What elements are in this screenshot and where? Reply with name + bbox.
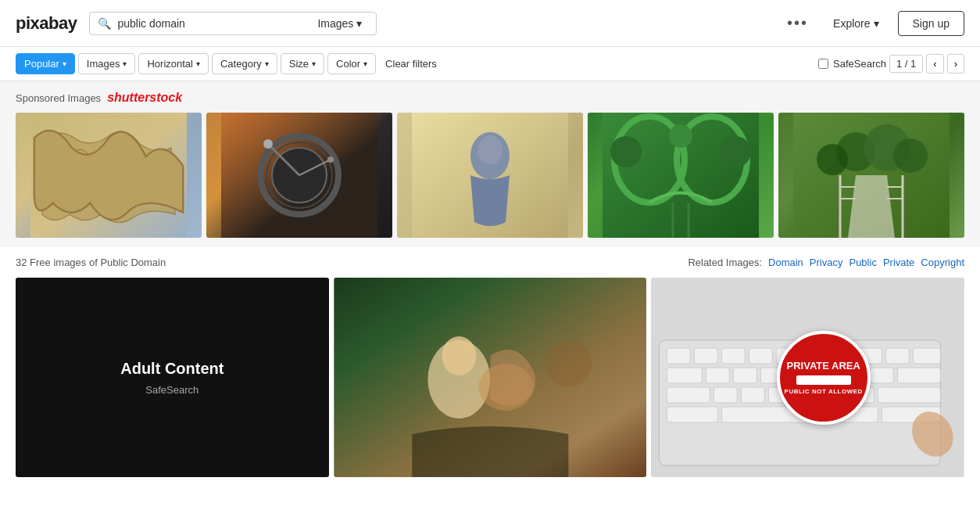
svg-rect-61: [667, 387, 710, 403]
svg-rect-68: [878, 387, 941, 403]
search-type-chevron-icon: [356, 17, 362, 30]
keyboard-image: PRIVATE AREA PUBLIC NOT ALLOWED: [651, 278, 964, 477]
size-chevron-icon: ▾: [312, 59, 316, 68]
private-area-badge: PRIVATE AREA PUBLIC NOT ALLOWED: [777, 331, 871, 425]
svg-point-20: [610, 136, 642, 167]
svg-rect-59: [871, 368, 894, 383]
svg-rect-51: [914, 348, 941, 364]
header: pixabay 🔍 Images ••• Explore Sign up: [0, 0, 980, 47]
sponsored-label: Sponsored Images: [16, 92, 101, 104]
page-prev-button[interactable]: ‹: [926, 54, 943, 74]
images-chevron-icon: ▾: [123, 59, 127, 68]
painting-image: [334, 278, 647, 477]
results-count: 32 Free images of Public Domain: [16, 257, 166, 268]
search-type-button[interactable]: Images: [311, 17, 368, 30]
explore-button[interactable]: Explore: [827, 17, 885, 30]
svg-point-37: [442, 336, 476, 375]
page-indicator: 1 / 1: [889, 55, 923, 73]
svg-rect-1: [30, 113, 187, 238]
svg-rect-54: [734, 368, 757, 383]
explore-chevron-icon: [874, 17, 879, 30]
category-filter-button[interactable]: Category ▾: [212, 53, 277, 74]
results-section: 32 Free images of Public Domain Related …: [0, 247, 980, 477]
logo[interactable]: pixabay: [16, 13, 77, 34]
results-header: 32 Free images of Public Domain Related …: [16, 257, 964, 268]
page-next-button[interactable]: ›: [947, 54, 964, 74]
sponsored-image-2[interactable]: [206, 113, 392, 238]
shutterstock-logo: shutterstock: [107, 91, 182, 105]
grid-image-adult[interactable]: Adult Content SafeSearch: [16, 278, 329, 477]
private-area-subtitle: PUBLIC NOT ALLOWED: [785, 388, 863, 395]
private-area-title: PRIVATE AREA: [787, 360, 860, 372]
svg-point-10: [263, 139, 273, 149]
popular-filter-button[interactable]: Popular ▾: [16, 53, 75, 74]
svg-rect-43: [695, 348, 718, 364]
sponsored-images: EUROPA: [16, 113, 964, 238]
adult-content-overlay: Adult Content SafeSearch: [16, 278, 329, 477]
horizontal-chevron-icon: ▾: [196, 59, 200, 68]
grid-image-painting[interactable]: [334, 278, 647, 477]
images-filter-button[interactable]: Images ▾: [78, 53, 136, 74]
search-bar: 🔍 Images: [89, 12, 377, 35]
safesearch-area: SafeSearch: [818, 58, 886, 70]
search-input[interactable]: [117, 17, 305, 30]
svg-point-21: [720, 136, 751, 167]
svg-rect-53: [706, 368, 730, 383]
grid-image-private[interactable]: PRIVATE AREA PUBLIC NOT ALLOWED: [651, 278, 964, 477]
related-public-link[interactable]: Public: [849, 257, 876, 268]
svg-point-34: [893, 138, 928, 173]
path-svg: [778, 113, 964, 238]
painting-svg: [334, 278, 647, 477]
related-privacy-link[interactable]: Privacy: [810, 257, 843, 268]
svg-point-22: [669, 124, 692, 148]
related-label: Related Images:: [688, 257, 762, 268]
horizontal-filter-button[interactable]: Horizontal ▾: [138, 53, 209, 74]
filter-bar: Popular ▾ Images ▾ Horizontal ▾ Category…: [0, 47, 980, 81]
svg-point-39: [545, 340, 592, 387]
sponsored-header: Sponsored Images shutterstock: [16, 91, 964, 105]
adult-content-title: Adult Content: [120, 360, 224, 378]
popular-chevron-icon: ▾: [63, 59, 66, 68]
related-private-link[interactable]: Private: [883, 257, 914, 268]
gate-svg: [206, 113, 392, 238]
related-copyright-link[interactable]: Copyright: [921, 257, 964, 268]
adult-content-subtitle: SafeSearch: [145, 384, 199, 396]
svg-point-11: [327, 156, 334, 163]
garden-svg: [588, 113, 774, 238]
pagination-area: 1 / 1 ‹ ›: [889, 54, 964, 74]
svg-point-33: [817, 144, 848, 175]
clear-filters-button[interactable]: Clear filters: [379, 54, 443, 74]
sponsored-image-5[interactable]: [778, 113, 964, 238]
related-domain-link[interactable]: Domain: [768, 257, 803, 268]
search-type-label: Images: [317, 17, 353, 30]
svg-rect-42: [667, 348, 691, 364]
svg-rect-60: [898, 368, 941, 383]
color-chevron-icon: ▾: [363, 59, 367, 68]
image-grid: Adult Content SafeSearch: [16, 278, 964, 477]
svg-rect-70: [667, 407, 718, 422]
related-images: Related Images: Domain Privacy Public Pr…: [688, 257, 964, 268]
safesearch-label[interactable]: SafeSearch: [833, 58, 886, 70]
signup-button[interactable]: Sign up: [898, 11, 964, 36]
svg-rect-0: [30, 113, 187, 238]
sponsored-section: Sponsored Images shutterstock EUROPA: [0, 81, 980, 247]
sponsored-image-1[interactable]: EUROPA: [16, 113, 202, 238]
safesearch-checkbox[interactable]: [818, 59, 828, 69]
size-filter-button[interactable]: Size ▾: [281, 53, 324, 74]
search-icon: 🔍: [98, 17, 111, 30]
more-options-button[interactable]: •••: [781, 14, 814, 32]
svg-rect-50: [886, 348, 910, 364]
private-area-bar: [796, 375, 851, 385]
sponsored-image-3[interactable]: [397, 113, 583, 238]
category-chevron-icon: ▾: [265, 59, 269, 68]
svg-rect-62: [714, 387, 738, 403]
map-svg: EUROPA: [16, 113, 202, 238]
svg-rect-63: [742, 387, 765, 403]
sponsored-image-4[interactable]: [588, 113, 774, 238]
statue-svg: [397, 113, 583, 238]
svg-rect-45: [749, 348, 773, 364]
svg-text:EUROPA: EUROPA: [54, 178, 78, 185]
svg-rect-52: [667, 368, 703, 383]
svg-rect-44: [722, 348, 746, 364]
color-filter-button[interactable]: Color ▾: [327, 53, 376, 74]
